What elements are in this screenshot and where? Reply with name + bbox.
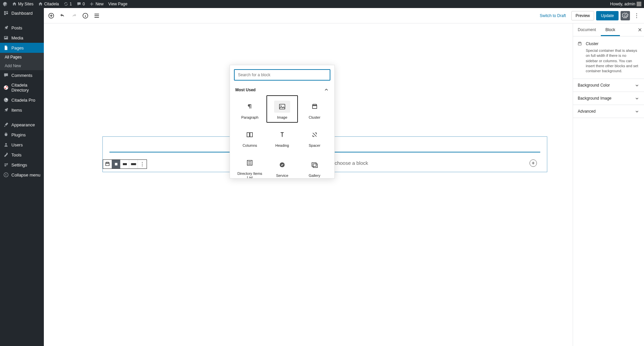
my-sites-link[interactable]: My Sites: [12, 2, 33, 6]
admin-bar: My Sites Citadela 1 0 New View Page Howd…: [0, 0, 644, 8]
new-label: New: [95, 2, 103, 6]
wp-logo[interactable]: [3, 2, 7, 6]
site-name-link[interactable]: Citadela: [38, 2, 59, 6]
howdy-link[interactable]: Howdy, admin: [610, 2, 641, 6]
comments-count: 0: [83, 2, 85, 6]
avatar: [637, 2, 641, 6]
new-link[interactable]: New: [89, 2, 103, 6]
updates-link[interactable]: 1: [64, 2, 72, 6]
site-name-label: Citadela: [44, 2, 59, 6]
comments-link[interactable]: 0: [77, 2, 85, 6]
my-sites-label: My Sites: [18, 2, 33, 6]
view-page-link[interactable]: View Page: [108, 2, 127, 6]
view-page-label: View Page: [108, 2, 127, 6]
updates-count: 1: [70, 2, 72, 6]
howdy-label: Howdy, admin: [610, 2, 635, 6]
